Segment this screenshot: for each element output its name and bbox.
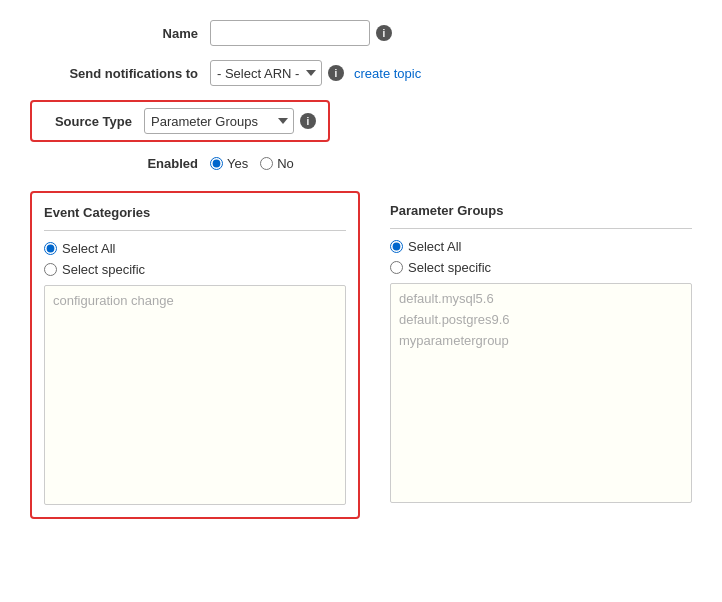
event-categories-title: Event Categories (44, 205, 346, 220)
name-label: Name (30, 26, 210, 41)
parameter-groups-title: Parameter Groups (390, 203, 692, 218)
parameter-groups-panel: Parameter Groups Select All Select speci… (390, 191, 692, 519)
yes-label: Yes (227, 156, 248, 171)
event-select-all-option[interactable]: Select All (44, 241, 346, 256)
no-radio[interactable] (260, 157, 273, 170)
no-radio-label[interactable]: No (260, 156, 294, 171)
param-select-specific-option[interactable]: Select specific (390, 260, 692, 275)
send-notifications-label: Send notifications to (30, 66, 210, 81)
parameter-groups-listbox[interactable]: default.mysql5.6 default.postgres9.6 myp… (390, 283, 692, 503)
param-select-specific-label: Select specific (408, 260, 491, 275)
name-info-icon: i (376, 25, 392, 41)
source-type-label: Source Type (44, 114, 144, 129)
param-select-all-radio[interactable] (390, 240, 403, 253)
event-select-all-label: Select All (62, 241, 115, 256)
no-label: No (277, 156, 294, 171)
event-categories-panel: Event Categories Select All Select speci… (30, 191, 360, 519)
enabled-label: Enabled (30, 156, 210, 171)
list-item[interactable]: default.postgres9.6 (391, 309, 691, 330)
list-item[interactable]: configuration change (45, 290, 345, 311)
source-type-info-icon: i (300, 113, 316, 129)
param-select-specific-radio[interactable] (390, 261, 403, 274)
event-select-specific-radio[interactable] (44, 263, 57, 276)
event-categories-divider (44, 230, 346, 231)
event-select-all-radio[interactable] (44, 242, 57, 255)
arn-select[interactable]: - Select ARN - (210, 60, 322, 86)
param-select-all-option[interactable]: Select All (390, 239, 692, 254)
arn-info-icon: i (328, 65, 344, 81)
enabled-radio-group: Yes No (210, 156, 294, 171)
source-type-select[interactable]: Parameter Groups Clusters Snapshots Secu… (144, 108, 294, 134)
event-categories-listbox[interactable]: configuration change (44, 285, 346, 505)
create-topic-link[interactable]: create topic (354, 66, 421, 81)
event-select-specific-label: Select specific (62, 262, 145, 277)
name-input[interactable] (210, 20, 370, 46)
yes-radio-label[interactable]: Yes (210, 156, 248, 171)
parameter-groups-divider (390, 228, 692, 229)
param-select-all-label: Select All (408, 239, 461, 254)
yes-radio[interactable] (210, 157, 223, 170)
list-item[interactable]: default.mysql5.6 (391, 288, 691, 309)
list-item[interactable]: myparametergroup (391, 330, 691, 351)
event-select-specific-option[interactable]: Select specific (44, 262, 346, 277)
